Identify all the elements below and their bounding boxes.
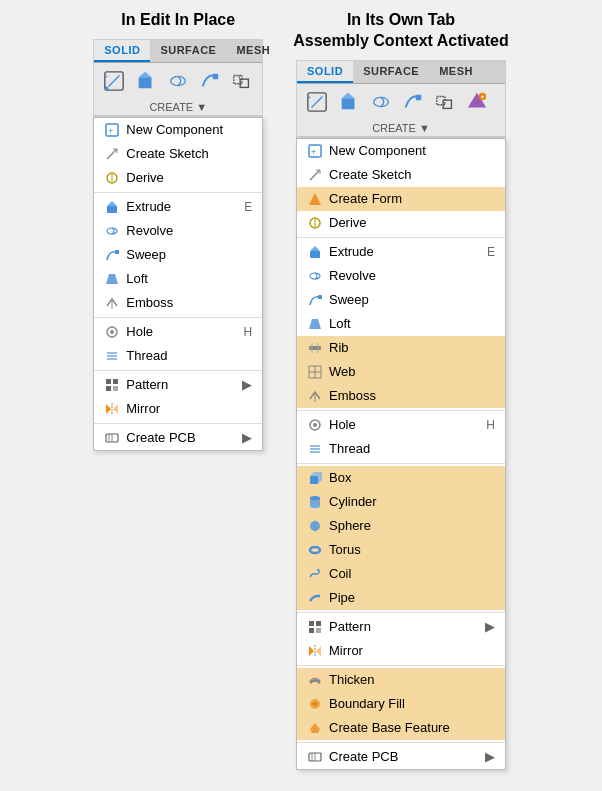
right-menu-torus[interactable]: Torus	[297, 538, 505, 562]
r-loft-icon	[307, 316, 323, 332]
right-divider-1	[297, 237, 505, 238]
left-tab-surface[interactable]: SURFACE	[150, 40, 226, 62]
left-menu-create-pcb[interactable]: Create PCB ▶	[94, 426, 262, 450]
toolbar-move-btn[interactable]	[228, 67, 256, 95]
svg-marker-31	[106, 404, 111, 414]
right-menu-create-base[interactable]: Create Base Feature	[297, 716, 505, 740]
right-divider-2	[297, 410, 505, 411]
create-sketch-label: Create Sketch	[126, 146, 252, 161]
right-menu-emboss[interactable]: Emboss	[297, 384, 505, 408]
right-menu: + New Component Create Sketch Creat	[296, 138, 506, 770]
left-menu-revolve[interactable]: Revolve	[94, 219, 262, 243]
svg-rect-27	[106, 379, 111, 384]
right-menu-create-form[interactable]: Create Form	[297, 187, 505, 211]
left-menu-pattern[interactable]: Pattern ▶	[94, 373, 262, 397]
right-menu-mirror[interactable]: Mirror	[297, 639, 505, 663]
right-menu-thicken[interactable]: Thicken	[297, 668, 505, 692]
left-menu-hole[interactable]: Hole H	[94, 320, 262, 344]
right-menu-extrude[interactable]: Extrude E	[297, 240, 505, 264]
right-menu-new-component[interactable]: + New Component	[297, 139, 505, 163]
svg-point-79	[310, 547, 320, 553]
left-menu-derive[interactable]: Derive	[94, 166, 262, 190]
right-menu-web[interactable]: Web	[297, 360, 505, 384]
right-tab-mesh[interactable]: MESH	[429, 61, 483, 83]
svg-text:+: +	[108, 126, 113, 136]
right-menu-derive[interactable]: Derive	[297, 211, 505, 235]
svg-rect-60	[309, 346, 321, 350]
right-menu-cylinder[interactable]: Cylinder	[297, 490, 505, 514]
toolbar-revolve-btn[interactable]	[164, 67, 192, 95]
left-menu-create-sketch[interactable]: Create Sketch	[94, 142, 262, 166]
right-menu-sweep[interactable]: Sweep	[297, 288, 505, 312]
r-pattern-label: Pattern	[329, 619, 479, 634]
right-toolbar-extrude-btn[interactable]	[335, 88, 363, 116]
left-menu-thread[interactable]: Thread	[94, 344, 262, 368]
r-rib-label: Rib	[329, 340, 495, 355]
right-menu-pipe[interactable]: Pipe	[297, 586, 505, 610]
right-menu-thread[interactable]: Thread	[297, 437, 505, 461]
toolbar-sweep-btn[interactable]	[196, 67, 224, 95]
pcb-icon	[104, 430, 120, 446]
svg-marker-41	[342, 92, 355, 98]
svg-rect-30	[113, 386, 118, 391]
right-tab-solid[interactable]: SOLID	[297, 61, 353, 83]
right-menu-coil[interactable]: Coil	[297, 562, 505, 586]
right-toolbar-form-btn[interactable]: ✦	[463, 88, 491, 116]
toolbar-sketch-btn[interactable]: +	[100, 67, 128, 95]
right-toolbar-move-btn[interactable]	[431, 88, 459, 116]
r-web-icon	[307, 364, 323, 380]
loft-label: Loft	[126, 271, 252, 286]
right-menu-pattern[interactable]: Pattern ▶	[297, 615, 505, 639]
svg-marker-56	[310, 246, 320, 251]
emboss-label: Emboss	[126, 295, 252, 310]
right-menu-create-pcb[interactable]: Create PCB ▶	[297, 745, 505, 769]
right-tab-surface[interactable]: SURFACE	[353, 61, 429, 83]
right-menu-boundary-fill[interactable]: Boundary Fill	[297, 692, 505, 716]
left-tab-solid[interactable]: SOLID	[94, 40, 150, 62]
right-toolbar-revolve-btn[interactable]	[367, 88, 395, 116]
r-thicken-icon	[307, 672, 323, 688]
left-menu-loft[interactable]: Loft	[94, 267, 262, 291]
left-divider-2	[94, 317, 262, 318]
right-toolbar-panel: SOLID SURFACE MESH +	[296, 60, 506, 138]
right-divider-4	[297, 612, 505, 613]
left-menu-sweep[interactable]: Sweep	[94, 243, 262, 267]
svg-point-6	[171, 76, 186, 85]
pattern-icon	[104, 377, 120, 393]
right-toolbar-sketch-btn[interactable]: +	[303, 88, 331, 116]
r-new-component-label: New Component	[329, 143, 495, 158]
left-menu-extrude[interactable]: Extrude E	[94, 195, 262, 219]
right-menu-sphere[interactable]: Sphere	[297, 514, 505, 538]
left-menu-mirror[interactable]: Mirror	[94, 397, 262, 421]
right-toolbar-sweep-btn[interactable]	[399, 88, 427, 116]
r-create-sketch-label: Create Sketch	[329, 167, 495, 182]
pcb-arrow: ▶	[242, 430, 252, 445]
right-menu-rib[interactable]: Rib	[297, 336, 505, 360]
r-sphere-label: Sphere	[329, 518, 495, 533]
left-menu-emboss[interactable]: Emboss	[94, 291, 262, 315]
svg-line-13	[107, 149, 117, 159]
svg-rect-81	[316, 621, 321, 626]
svg-marker-52	[309, 193, 321, 205]
svg-rect-58	[318, 295, 322, 299]
right-create-label[interactable]: CREATE ▼	[297, 120, 505, 137]
left-tab-mesh[interactable]: MESH	[226, 40, 280, 62]
right-menu-hole[interactable]: Hole H	[297, 413, 505, 437]
left-create-label[interactable]: CREATE ▼	[94, 99, 262, 116]
pattern-label: Pattern	[126, 377, 236, 392]
right-menu-box[interactable]: Box	[297, 466, 505, 490]
create-pcb-label: Create PCB	[126, 430, 236, 445]
toolbar-extrude-btn[interactable]	[132, 67, 160, 95]
svg-point-68	[313, 423, 317, 427]
svg-rect-72	[310, 476, 318, 484]
left-menu: + New Component Create Sketch Deriv	[93, 117, 263, 451]
left-menu-new-component[interactable]: + New Component	[94, 118, 262, 142]
columns-layout: In Edit In Place SOLID SURFACE MESH	[10, 10, 592, 770]
right-divider-5	[297, 665, 505, 666]
r-web-label: Web	[329, 364, 495, 379]
r-create-base-label: Create Base Feature	[329, 720, 495, 735]
r-derive-label: Derive	[329, 215, 495, 230]
right-menu-revolve[interactable]: Revolve	[297, 264, 505, 288]
right-menu-loft[interactable]: Loft	[297, 312, 505, 336]
right-menu-create-sketch[interactable]: Create Sketch	[297, 163, 505, 187]
